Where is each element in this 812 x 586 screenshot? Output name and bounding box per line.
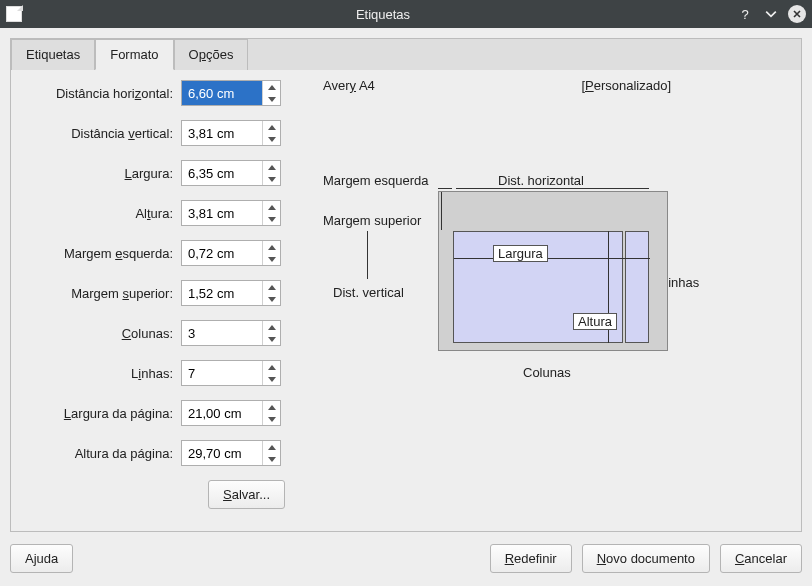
diagram-label-2 [625,231,649,343]
largura-input[interactable] [182,161,262,185]
margem-esquerda-stepper[interactable] [181,240,281,266]
dist-vertical-stepper[interactable] [181,120,281,146]
spin-up-icon[interactable] [263,161,280,173]
tab-formato[interactable]: Formato [95,39,173,70]
preview-brand: Avery A4 [323,78,375,93]
colunas-input[interactable] [182,321,262,345]
spin-up-icon[interactable] [263,121,280,133]
spin-up-icon[interactable] [263,281,280,293]
label-margem-superior: Margem superior: [21,286,181,301]
redefinir-button[interactable]: Redefinir [490,544,572,573]
spin-up-icon[interactable] [263,321,280,333]
spin-up-icon[interactable] [263,201,280,213]
label-altura: Altura: [21,206,181,221]
diagram-largura: Largura [493,245,548,262]
dist-horizontal-stepper[interactable] [181,80,281,106]
tabs: Etiquetas Formato Opções [11,39,801,70]
margem-esquerda-input[interactable] [182,241,262,265]
altura-pagina-stepper[interactable] [181,440,281,466]
close-icon[interactable] [788,5,806,23]
label-linhas: Linhas: [21,366,181,381]
tab-opcoes[interactable]: Opções [174,39,249,70]
spin-down-icon[interactable] [263,173,280,185]
help-icon[interactable]: ? [736,5,754,23]
spin-down-icon[interactable] [263,373,280,385]
diagram-colunas: Colunas [523,365,571,380]
label-altura-pagina: Altura da página: [21,446,181,461]
spin-down-icon[interactable] [263,453,280,465]
label-colunas: Colunas: [21,326,181,341]
largura-pagina-input[interactable] [182,401,262,425]
diagram-altura: Altura [573,313,617,330]
spin-up-icon[interactable] [263,401,280,413]
form-panel: Distância horizontal: Distância vertical… [11,70,293,530]
minimize-icon[interactable] [762,5,780,23]
linhas-input[interactable] [182,361,262,385]
altura-stepper[interactable] [181,200,281,226]
salvar-button[interactable]: Salvar... [208,480,285,509]
window-title: Etiquetas [30,7,736,22]
app-icon [6,6,22,22]
spin-down-icon[interactable] [263,93,280,105]
spin-up-icon[interactable] [263,241,280,253]
titlebar: Etiquetas ? [0,0,812,28]
spin-down-icon[interactable] [263,333,280,345]
label-largura: Largura: [21,166,181,181]
spin-down-icon[interactable] [263,253,280,265]
label-diagram: Margem esquerda Dist. horizontal Margem … [323,173,753,433]
margem-superior-input[interactable] [182,281,262,305]
spin-up-icon[interactable] [263,361,280,373]
spin-up-icon[interactable] [263,81,280,93]
linhas-stepper[interactable] [181,360,281,386]
diagram-dist-horizontal: Dist. horizontal [498,173,584,188]
label-dist-vertical: Distância vertical: [21,126,181,141]
label-margem-esquerda: Margem esquerda: [21,246,181,261]
spin-down-icon[interactable] [263,293,280,305]
dist-vertical-input[interactable] [182,121,262,145]
preview-format: [Personalizado] [581,78,671,93]
spin-down-icon[interactable] [263,213,280,225]
diagram-dist-vertical: Dist. vertical [333,285,404,300]
button-bar: Ajuda Redefinir Novo documento Cancelar [10,532,802,573]
label-dist-horizontal: Distância horizontal: [21,86,181,101]
altura-input[interactable] [182,201,262,225]
novo-documento-button[interactable]: Novo documento [582,544,710,573]
largura-stepper[interactable] [181,160,281,186]
label-largura-pagina: Largura da página: [21,406,181,421]
spin-down-icon[interactable] [263,133,280,145]
dist-horizontal-input[interactable] [182,81,262,105]
spin-up-icon[interactable] [263,441,280,453]
colunas-stepper[interactable] [181,320,281,346]
ajuda-button[interactable]: Ajuda [10,544,73,573]
spin-down-icon[interactable] [263,413,280,425]
diagram-margem-esquerda: Margem esquerda [323,173,429,188]
tab-etiquetas[interactable]: Etiquetas [11,39,95,70]
cancelar-button[interactable]: Cancelar [720,544,802,573]
largura-pagina-stepper[interactable] [181,400,281,426]
diagram-margem-superior: Margem superior [323,213,421,228]
altura-pagina-input[interactable] [182,441,262,465]
margem-superior-stepper[interactable] [181,280,281,306]
preview-panel: Avery A4 [Personalizado] Margem esquerda… [293,70,801,530]
